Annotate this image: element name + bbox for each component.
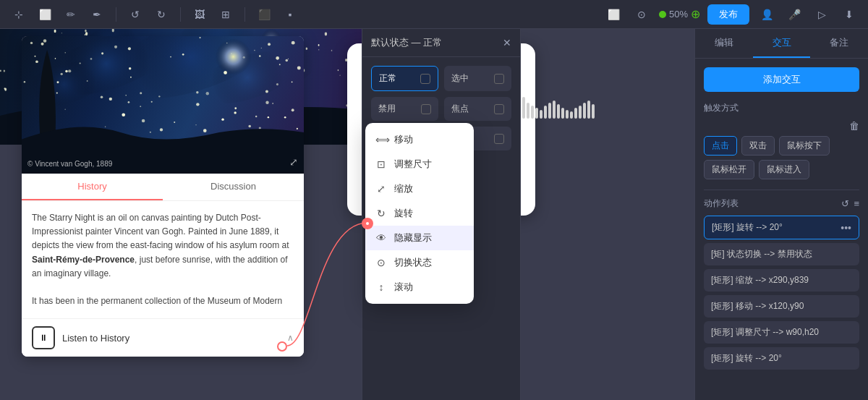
screen-tool[interactable]: ⬜ — [604, 4, 624, 25]
tab-edit[interactable]: 编辑 — [695, 29, 753, 58]
state-focus[interactable]: 焦点 — [444, 97, 511, 121]
trigger-click[interactable]: 点击 — [704, 136, 737, 156]
zoom-control[interactable]: 50% ⊕ — [659, 7, 700, 21]
play-icon[interactable]: ▷ — [812, 4, 832, 25]
menu-resize-label: 调整尺寸 — [394, 158, 432, 171]
publish-button[interactable]: 发布 — [707, 4, 749, 25]
menu-resize[interactable]: ⊡ 调整尺寸 — [365, 152, 474, 176]
state-panel-title: 默认状态 — 正常 — [371, 36, 442, 49]
listen-bar[interactable]: ⏸ Listen to History ∧ — [22, 318, 304, 357]
align-right-tool[interactable]: ▪ — [280, 4, 300, 25]
menu-move[interactable]: ⟺ 移动 — [365, 127, 474, 152]
align-left-tool[interactable]: ⬛ — [254, 4, 274, 25]
chevron-up-icon: ∧ — [287, 333, 294, 343]
mic-icon[interactable]: 🎤 — [784, 4, 804, 25]
state-selected[interactable]: 选中 — [444, 66, 511, 91]
frame-caption: © Vincent van Gogh, 1889 — [27, 160, 112, 168]
action-list-icons: ↺ ≡ — [841, 198, 859, 209]
trigger-header: 🗑 — [704, 120, 859, 132]
trigger-mouseup[interactable]: 鼠标松开 — [704, 160, 754, 179]
trigger-mousedown[interactable]: 鼠标按下 — [779, 136, 830, 156]
zoom-label: 50% — [669, 9, 688, 20]
action-list-header: 动作列表 ↺ ≡ — [704, 197, 859, 210]
state-disabled-label: 禁用 — [378, 103, 396, 115]
pause-icon: ⏸ — [32, 326, 55, 349]
state-disabled[interactable]: 禁用 — [371, 97, 438, 121]
right-panel: 编辑 交互 备注 添加交互 触发方式 🗑 点击 双击 鼠标按下 鼠标松开 鼠标进… — [694, 29, 868, 400]
rotate-icon: ↻ — [375, 208, 387, 219]
action-text-0: [矩形] 旋转 --> 20° — [712, 221, 841, 234]
menu-move-label: 移动 — [394, 133, 413, 146]
trigger-mouseenter[interactable]: 鼠标进入 — [759, 160, 809, 179]
action-dots-0[interactable]: ••• — [841, 222, 851, 234]
undo-btn[interactable]: ↺ — [125, 4, 145, 25]
list-icon[interactable]: ≡ — [854, 198, 859, 209]
state-selected-checkbox[interactable] — [494, 74, 504, 84]
action-item-4[interactable]: [矩形] 调整尺寸 --> w90,h20 — [704, 321, 859, 344]
interaction-panel: 添加交互 触发方式 🗑 点击 双击 鼠标按下 鼠标松开 鼠标进入 动作列表 ↺ … — [695, 59, 868, 400]
tab-history[interactable]: History — [22, 174, 163, 200]
menu-switch-state[interactable]: ⊙ 切换状态 — [365, 250, 474, 275]
refresh-icon[interactable]: ↺ — [841, 198, 849, 209]
action-item-0[interactable]: [矩形] 旋转 --> 20° ••• — [704, 216, 859, 239]
trigger-dblclick[interactable]: 双击 — [741, 136, 775, 156]
menu-scale-label: 缩放 — [394, 182, 413, 195]
state-close-icon[interactable]: ✕ — [503, 37, 511, 48]
menu-scroll[interactable]: ↕ 滚动 — [365, 275, 474, 299]
component-tool[interactable]: ⊞ — [216, 4, 236, 25]
preview-tool[interactable]: ⊙ — [631, 4, 652, 25]
connection-point-left — [277, 341, 287, 352]
section-divider — [704, 190, 859, 190]
frame-content: The Starry Night is an oil on canvas pai… — [22, 201, 304, 318]
state-focus-checkbox[interactable] — [494, 104, 504, 114]
action-list-label: 动作列表 — [704, 197, 739, 210]
pencil-tool[interactable]: ✒ — [87, 4, 107, 25]
divider-2 — [180, 7, 181, 22]
tab-notes[interactable]: 备注 — [810, 29, 868, 58]
state-press-checkbox[interactable] — [494, 134, 504, 144]
redo-btn[interactable]: ↻ — [151, 4, 171, 25]
action-item-1[interactable]: [矩] 状态切换 --> 禁用状态 — [704, 243, 859, 265]
zoom-plus-icon[interactable]: ⊕ — [691, 7, 700, 21]
state-header: 默认状态 — 正常 ✕ — [362, 29, 520, 57]
divider-1 — [116, 7, 116, 22]
action-item-5[interactable]: [矩形] 旋转 --> 20° — [704, 347, 859, 370]
state-disabled-checkbox[interactable] — [421, 104, 431, 114]
connection-point-right — [362, 218, 373, 229]
menu-visibility-label: 隐藏显示 — [394, 231, 432, 244]
menu-rotate[interactable]: ↻ 旋转 — [365, 201, 474, 226]
toolbar-left: ⊹ ⬜ ✏ ✒ ↺ ↻ 🖼 ⊞ ⬛ ▪ — [9, 4, 300, 25]
context-menu: ⟺ 移动 ⊡ 调整尺寸 ⤢ 缩放 ↻ 旋转 👁 隐藏显示 ⊙ 切换状态 — [365, 123, 474, 304]
tab-interact[interactable]: 交互 — [753, 29, 811, 58]
users-icon[interactable]: 👤 — [757, 4, 777, 25]
frame-tabs: History Discussion — [22, 174, 304, 201]
resize-icon: ⊡ — [375, 158, 387, 170]
switch-state-icon: ⊙ — [375, 257, 387, 268]
action-text-4: [矩形] 调整尺寸 --> w90,h20 — [711, 326, 852, 339]
download-icon[interactable]: ⬇ — [839, 4, 859, 25]
menu-scale[interactable]: ⤢ 缩放 — [365, 176, 474, 201]
image-tool[interactable]: 🖼 — [190, 4, 210, 25]
add-interaction-button[interactable]: 添加交互 — [704, 67, 859, 92]
pen-tool[interactable]: ✏ — [61, 4, 81, 25]
tab-discussion[interactable]: Discussion — [163, 174, 304, 200]
menu-rotate-label: 旋转 — [394, 207, 413, 220]
expand-icon[interactable]: ⤢ — [289, 156, 298, 168]
main-area: © Vincent van Gogh, 1889 ⤢ History Discu… — [0, 29, 868, 400]
action-text-5: [矩形] 旋转 --> 20° — [711, 352, 852, 365]
article-text2: It has been in the permanent collection … — [32, 294, 294, 308]
listen-label: Listen to History — [62, 333, 287, 344]
scroll-icon: ↕ — [375, 281, 387, 293]
frame-tool[interactable]: ⬜ — [35, 4, 55, 25]
select-tool[interactable]: ⊹ — [9, 4, 29, 25]
zoom-dot — [659, 11, 666, 18]
menu-visibility[interactable]: 👁 隐藏显示 — [365, 226, 474, 250]
trash-icon[interactable]: 🗑 — [849, 120, 859, 132]
action-item-2[interactable]: [矩形] 缩放 --> x290,y839 — [704, 269, 859, 292]
state-normal[interactable]: 正常 — [371, 66, 438, 91]
design-frame: © Vincent van Gogh, 1889 ⤢ History Discu… — [22, 36, 304, 357]
state-focus-label: 焦点 — [451, 103, 469, 115]
state-normal-checkbox[interactable] — [420, 74, 430, 84]
action-item-3[interactable]: [矩形] 移动 --> x120,y90 — [704, 295, 859, 318]
canvas-area: © Vincent van Gogh, 1889 ⤢ History Discu… — [0, 29, 694, 400]
